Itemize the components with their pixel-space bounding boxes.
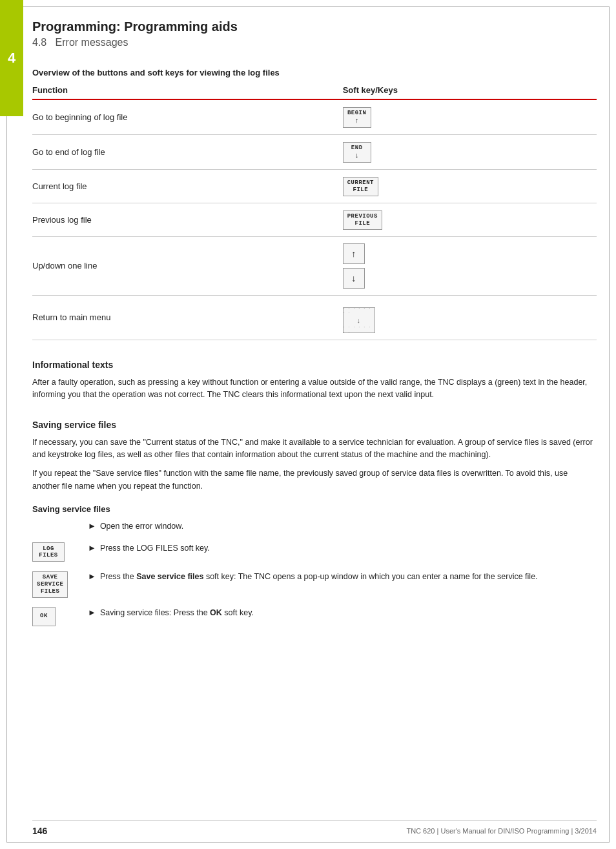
- softkey-cell: END ↓: [343, 134, 597, 169]
- function-label: Current log file: [32, 169, 343, 203]
- softkey-cell: PREVIOUSFILE: [343, 203, 597, 236]
- softkey-cell: CURRENTFILE: [343, 169, 597, 203]
- table-row: Go to end of log file END ↓: [32, 134, 597, 169]
- step-text-open: Open the error window.: [100, 520, 183, 533]
- border-top: [6, 6, 610, 7]
- table-heading: Overview of the buttons and soft keys fo…: [32, 68, 597, 77]
- step-save-service: SAVESERVICEFILES ► Press the Save servic…: [32, 571, 597, 597]
- page-footer: 146 TNC 620 | User's Manual for DIN/ISO …: [32, 820, 597, 836]
- step-arrow-icon: ►: [88, 608, 96, 617]
- softkey-cell: BEGIN ↑: [343, 99, 597, 134]
- chapter-number: 4: [8, 50, 15, 66]
- previous-file-key: PREVIOUSFILE: [343, 210, 382, 230]
- border-bottom: [6, 842, 610, 843]
- table-row: Previous log file PREVIOUSFILE: [32, 203, 597, 236]
- current-file-key: CURRENTFILE: [343, 177, 378, 196]
- table-row: Go to beginning of log file BEGIN ↑: [32, 99, 597, 134]
- step-content-save: ► Press the Save service files soft key:…: [88, 571, 538, 583]
- step-ok: OK ► Saving service files: Press the OK …: [32, 607, 597, 626]
- border-right: [609, 6, 610, 843]
- saving-body-2: If you repeat the "Save service files" f…: [32, 467, 597, 493]
- bold-ok: OK: [210, 608, 222, 617]
- function-label: Return to main menu: [32, 295, 343, 340]
- step-open-error: ► Open the error window.: [32, 520, 597, 533]
- table-row: Current log file CURRENTFILE: [32, 169, 597, 203]
- down-arrow-icon: ↓: [351, 273, 356, 283]
- main-content: Programming: Programming aids 4.8 Error …: [32, 0, 597, 661]
- arrow-up-key: ↑: [343, 243, 365, 264]
- step-arrow-icon: ►: [88, 543, 96, 553]
- footer-text: TNC 620 | User's Manual for DIN/ISO Prog…: [406, 827, 597, 835]
- up-arrow-icon: ↑: [351, 249, 356, 259]
- page-number: 146: [32, 826, 47, 836]
- chapter-tab: 4: [0, 0, 23, 116]
- table-row: Up/down one line ↑ ↓: [32, 236, 597, 295]
- dots-top: · · · · · · · ·: [344, 306, 375, 316]
- section-number: 4.8: [32, 37, 46, 48]
- arrow-down-key: ↓: [343, 268, 365, 289]
- step-key-ok: OK: [32, 607, 77, 626]
- step-text-save: Press the Save service files soft key: T…: [100, 571, 538, 583]
- saving-body-1: If necessary, you can save the "Current …: [32, 436, 597, 462]
- col-softkey-header: Soft key/Keys: [343, 83, 597, 99]
- step-content-log: ► Press the LOG FILES soft key.: [88, 542, 210, 555]
- saving-service-subtitle: Saving service files: [32, 504, 597, 514]
- section-heading: 4.8 Error messages: [32, 37, 597, 48]
- step-arrow-icon: ►: [88, 571, 96, 581]
- arrow-keys: ↑ ↓: [343, 243, 591, 289]
- informational-texts-title: Informational texts: [32, 360, 597, 370]
- step-content-open: ► Open the error window.: [88, 520, 183, 533]
- menu-arrow-icon: ↓: [356, 316, 361, 324]
- step-content-ok: ► Saving service files: Press the OK sof…: [88, 607, 254, 619]
- steps-section: ► Open the error window. LOGFILES ► Pres…: [32, 520, 597, 626]
- bold-save-service: Save service files: [136, 572, 203, 581]
- section-title: Error messages: [56, 37, 128, 48]
- step-key-log: LOGFILES: [32, 542, 77, 562]
- step-text-ok: Saving service files: Press the OK soft …: [100, 607, 254, 619]
- step-arrow-icon: ►: [88, 521, 96, 531]
- function-label: Up/down one line: [32, 236, 343, 295]
- step-text-log: Press the LOG FILES soft key.: [100, 542, 210, 555]
- col-function-header: Function: [32, 83, 343, 99]
- log-files-key: LOGFILES: [32, 542, 65, 562]
- ok-key: OK: [32, 607, 56, 626]
- dots-bottom: · · · · · · · ·: [344, 325, 375, 334]
- end-key: END ↓: [343, 142, 371, 163]
- function-label: Go to beginning of log file: [32, 99, 343, 134]
- step-key-save: SAVESERVICEFILES: [32, 571, 77, 597]
- table-row: Return to main menu · · · · · · · · ↓ · …: [32, 295, 597, 340]
- softkey-cell: ↑ ↓: [343, 236, 597, 295]
- menu-key: · · · · · · · · ↓ · · · · · · · ·: [343, 307, 375, 333]
- function-label: Previous log file: [32, 203, 343, 236]
- save-service-key: SAVESERVICEFILES: [32, 571, 68, 597]
- function-label: Go to end of log file: [32, 134, 343, 169]
- function-table: Function Soft key/Keys Go to beginning o…: [32, 83, 597, 340]
- saving-service-files-title: Saving service files: [32, 420, 597, 430]
- softkey-cell: · · · · · · · · ↓ · · · · · · · ·: [343, 295, 597, 340]
- step-log-files: LOGFILES ► Press the LOG FILES soft key.: [32, 542, 597, 562]
- begin-key: BEGIN ↑: [343, 107, 371, 128]
- chapter-title: Programming: Programming aids: [32, 19, 597, 34]
- informational-texts-body: After a faulty operation, such as pressi…: [32, 376, 597, 402]
- border-left: [6, 6, 7, 843]
- page: 4 Programming: Programming aids 4.8 Erro…: [0, 0, 616, 849]
